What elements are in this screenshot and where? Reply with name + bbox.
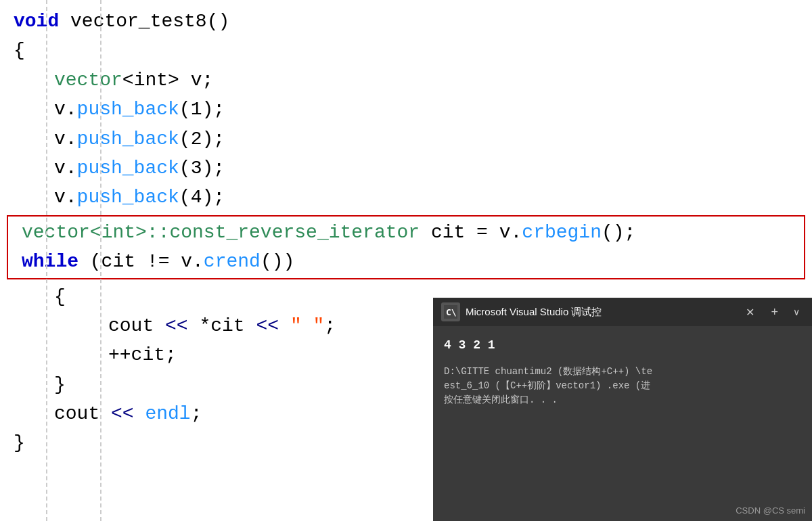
code-line-4: v.push_back(1); [0,95,812,124]
terminal-title: Microsoft Visual Studio 调试控 [466,306,735,319]
code-line-3: vector<int> v; [0,66,812,95]
endl-op: << [99,399,145,428]
code-line-1: void vector_test8() [0,7,812,36]
cout-var: cout [108,311,154,340]
highlighted-block: vector<int>::const_reverse_iterator cit … [7,215,805,279]
terminal-path-3: 按任意键关闭此窗口. . . [444,393,801,407]
hl-line-1: vector<int>::const_reverse_iterator cit … [15,218,797,247]
hl-crbegin: crbegin [522,218,602,247]
crend-func: crend [204,247,261,276]
endl-func: endl [145,399,190,428]
hl-angle: <int> [90,218,147,247]
var-v3: v. [54,154,77,183]
hl-crbegin-semi: (); [602,218,635,247]
hl-const-rev-iter: ::const_reverse_iterator [147,218,420,247]
var-v4: v. [54,183,77,212]
terminal-window: C\ Microsoft Visual Studio 调试控 ✕ + ∨ 4 3… [433,298,812,521]
type-vector: vector [54,66,122,95]
while-paren-close: ()) [261,247,294,276]
inc-cit: ++cit; [108,340,177,369]
push-back-3-args: (3); [179,154,225,183]
space-str: " " [290,311,324,340]
push-back-1-func: push_back [77,95,179,124]
terminal-body: 4 3 2 1 D:\GITTE chuantimu2 (数据结构+C++) \… [433,326,812,417]
kw-while: while [22,247,78,276]
func-name: vector_test8() [59,7,229,36]
outer-brace-close: } [14,428,25,457]
code-line-7: v.push_back(4); [0,183,812,212]
var-v2: v. [54,124,77,154]
deref-cit: *cit [199,311,244,340]
cout-endl-var: cout [54,399,99,428]
hl-cit-assign: cit = v. [420,218,522,247]
svg-text:C\: C\ [446,307,457,317]
while-paren-open: (cit != v. [78,247,204,276]
code-area: void vector_test8() { vector<int> v; v.p… [0,0,812,521]
push-back-4-args: (4); [179,183,225,212]
terminal-path-2: est_6_10 (【C++初阶】vector1) .exe (进 [444,379,801,393]
hl-line-2: while (cit != v.crend()) [15,247,797,276]
open-brace: { [14,36,25,65]
angle-int: <int> [122,66,179,95]
dashed-line-2 [100,0,102,521]
code-line-2: { [0,36,812,65]
var-v-decl: v; [179,66,213,95]
push-back-3-func: push_back [77,154,179,183]
push-back-4-func: push_back [77,183,179,212]
terminal-close-button[interactable]: ✕ [740,304,760,320]
push-back-1-args: (1); [179,95,225,124]
push-back-2-func: push_back [77,124,179,154]
terminal-path-1: D:\GITTE chuantimu2 (数据结构+C++) \te [444,365,801,379]
endl-semi: ; [191,399,202,428]
cout-op2: << [245,311,290,340]
inner-brace-close: } [54,370,66,399]
push-back-2-args: (2); [179,124,225,154]
cout-semi: ; [324,311,336,340]
dashed-line-1 [46,0,47,521]
terminal-app-icon: C\ [441,302,460,321]
code-line-6: v.push_back(3); [0,154,812,183]
terminal-output: 4 3 2 1 [444,336,801,355]
terminal-chevron-button[interactable]: ∨ [789,305,804,319]
hl-type-vector: vector [22,218,90,247]
watermark: CSDN @CS semi [736,505,805,516]
terminal-titlebar: C\ Microsoft Visual Studio 调试控 ✕ + ∨ [433,298,812,326]
keyword-void: void [14,7,59,36]
code-line-5: v.push_back(2); [0,124,812,154]
inner-brace-open: { [54,282,66,311]
cout-op1: << [154,311,199,340]
var-v1: v. [54,95,77,124]
terminal-plus-button[interactable]: + [765,304,784,321]
